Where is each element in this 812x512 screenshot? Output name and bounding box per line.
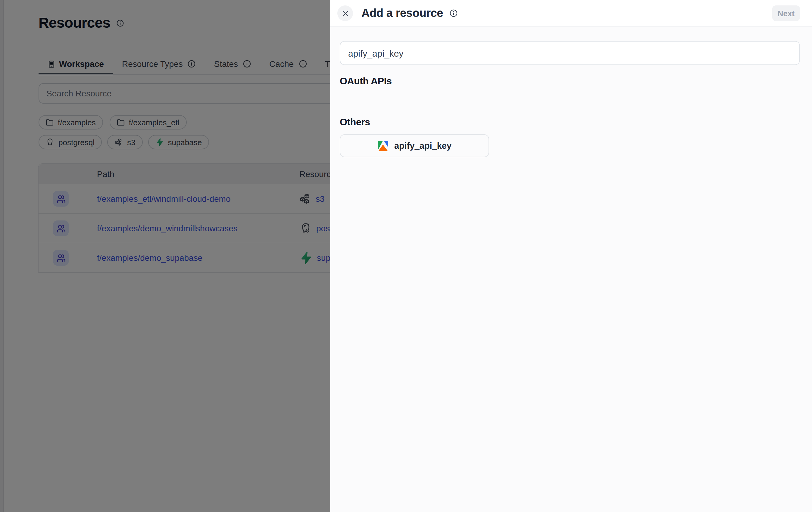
next-button[interactable]: Next	[772, 5, 800, 21]
close-drawer-button[interactable]	[337, 5, 353, 21]
oauth-apis-empty-area	[330, 87, 812, 105]
others-section-header: Others	[340, 117, 802, 128]
drawer-header: Add a resource Next	[330, 0, 812, 27]
resource-type-card-label: apify_api_key	[394, 141, 452, 150]
add-resource-drawer: Add a resource Next OAuth APIs Others	[330, 0, 812, 512]
close-icon	[341, 9, 349, 17]
drawer-title-wrap: Add a resource	[361, 7, 458, 20]
drawer-body: OAuth APIs Others apify_api_key	[330, 27, 812, 512]
oauth-apis-section-header: OAuth APIs	[340, 76, 802, 87]
info-icon[interactable]	[449, 9, 458, 18]
resource-type-search-input[interactable]	[340, 41, 800, 65]
screen: Resources Workspace Resource Types	[0, 0, 812, 512]
apify-icon	[377, 140, 389, 152]
resource-type-card-apify[interactable]: apify_api_key	[340, 134, 489, 157]
drawer-title: Add a resource	[361, 7, 443, 20]
